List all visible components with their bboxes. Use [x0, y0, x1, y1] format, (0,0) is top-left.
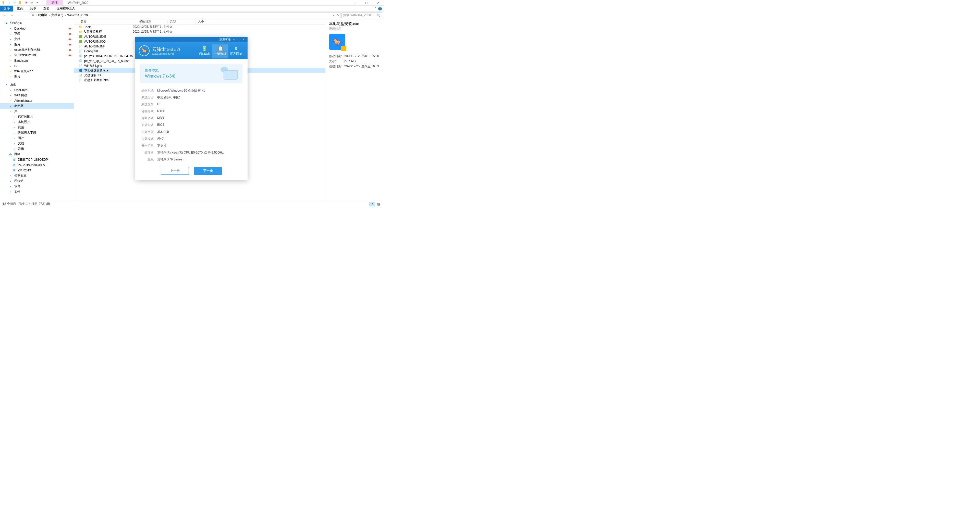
pin-icon: 📌	[68, 26, 72, 30]
sidebar-item[interactable]: ▪ Desktop 📌	[0, 26, 74, 31]
dialog-minimize-button[interactable]: —	[237, 38, 240, 41]
context-tab-manage[interactable]: 管理	[46, 0, 63, 5]
sidebar-item[interactable]: ▫ 文档	[0, 141, 74, 146]
view-details-button[interactable]: ≡	[369, 202, 375, 206]
up-button[interactable]: ↑	[23, 12, 29, 18]
sidebar-item[interactable]: ▪ 图片	[0, 74, 74, 79]
sidebar-item[interactable]: ▪ excel表格制作求和 📌	[0, 47, 74, 52]
ribbon-tab[interactable]: 查看	[40, 6, 53, 11]
col-date[interactable]: 修改日期	[137, 19, 168, 24]
sidebar-item[interactable]: ▪ 控制面板	[0, 173, 74, 178]
next-button[interactable]: 下一步	[194, 167, 222, 175]
sidebar-item[interactable]: ▫ 音乐	[0, 146, 74, 152]
addr-segment[interactable]: 文档 (E:)	[51, 13, 64, 17]
close-red-icon[interactable]: ✖	[24, 1, 28, 5]
forward-button[interactable]: →	[9, 12, 15, 18]
sidebar-item[interactable]: ▫ 天翼云盘下载	[0, 130, 74, 135]
file-row[interactable]: 📁U盘安装教程 2020/12/25, 星期五 1... 文件夹	[74, 29, 325, 34]
laptop-icon	[224, 70, 238, 79]
dropdown-icon[interactable]: ▾	[35, 1, 39, 5]
sidebar-item[interactable]: ▫ 本机照片	[0, 119, 74, 125]
help-icon[interactable]: ?	[378, 7, 382, 11]
minimize-button[interactable]: —	[349, 0, 361, 6]
prev-button[interactable]: 上一步	[161, 167, 189, 175]
dialog-close-button[interactable]: ✕	[243, 38, 245, 41]
file-name: AUTORUN.ICO	[84, 40, 106, 43]
library-icon: ▫	[12, 147, 16, 151]
recent-dropdown[interactable]: ▾	[16, 12, 22, 18]
sidebar-item[interactable]: ▪ 下载 📌	[0, 31, 74, 36]
info-value: 英特尔(R) Xeon(R) CPU E5-2670 v2 @ 2.50GHz	[157, 151, 224, 155]
col-size[interactable]: 大小	[196, 19, 216, 24]
sidebar-item[interactable]: 🖥 DESKTOP-LSSOEDP	[0, 157, 74, 162]
chevron-icon[interactable]: ›	[48, 14, 50, 17]
folder-icon: ▪	[9, 70, 13, 73]
check-icon[interactable]: ✔	[13, 1, 17, 5]
ribbon-tab[interactable]: 共享	[27, 6, 40, 11]
ready-text: 准备安装: Windows 7 (x64)	[145, 68, 175, 79]
sidebar-item-label: Desktop	[14, 27, 25, 30]
sidebar-item[interactable]: 🖥 ZMT2019	[0, 168, 74, 173]
ribbon-chevron-icon[interactable]: ˅	[375, 7, 376, 11]
view-icons-button[interactable]: ▦	[375, 202, 381, 206]
ribbon-tab[interactable]: 应用程序工具	[53, 6, 79, 11]
info-row: 处理器 英特尔(R) Xeon(R) CPU E5-2670 v2 @ 2.50…	[140, 149, 242, 156]
ribbon-tab[interactable]: 主页	[13, 6, 27, 11]
dialog-tab[interactable]: 📋 一键装机	[212, 44, 228, 58]
sidebar-item[interactable]: ▫ 图片	[0, 135, 74, 141]
sidebar-item[interactable]: ▫ 保存的图片	[0, 114, 74, 119]
sidebar-item[interactable]: 🖥 PC-20190530OBLA	[0, 162, 74, 168]
library-icon: ▫	[12, 141, 16, 146]
sidebar-item[interactable]: ▪ OneDrive	[0, 87, 74, 93]
sidebar-item[interactable]: ▪ win7重装win7	[0, 69, 74, 74]
refresh-icon[interactable]: ⟳	[335, 14, 339, 17]
details-pane: 本地硬盘安装.exe 应用程序 🐎 修改日期: 2020/10/12, 星期一 …	[325, 19, 384, 201]
prop-key: 大小:	[329, 59, 344, 63]
sidebar-label: 网络	[14, 152, 21, 156]
info-row: 主板 英特尔 X79 Series	[140, 156, 242, 163]
sidebar-item[interactable]: ▪ G:\	[0, 63, 74, 69]
dialog-buttons: 上一步 下一步	[140, 163, 242, 176]
folder-icon[interactable]: ▋	[2, 1, 6, 5]
sidebar-quickaccess[interactable]: ★ 快速访问	[0, 21, 74, 26]
sidebar-desktop[interactable]: ▪ 桌面	[0, 82, 74, 87]
dialog-tab[interactable]: 🔋 启动U盘	[197, 44, 212, 58]
file-row[interactable]: 📁Tools 2020/12/25, 星期五 1... 文件夹	[74, 24, 325, 29]
sidebar-item[interactable]: ▪ YUNQISHI2019 📌	[0, 52, 74, 58]
sidebar-item[interactable]: ▪ WPS网盘	[0, 93, 74, 98]
info-key: 主板	[140, 157, 157, 162]
addr-segment[interactable]: Win7x64_2020	[67, 14, 88, 17]
addr-segment[interactable]: 此电脑	[38, 13, 48, 17]
sidebar-item[interactable]: ▪ 图片 📌	[0, 42, 74, 47]
sidebar-item[interactable]: ▪ 回收站	[0, 178, 74, 184]
sidebar-item[interactable]: ▪ 软件	[0, 184, 74, 189]
addr-dropdown-icon[interactable]: ▾	[333, 14, 334, 17]
sidebar-item[interactable]: ▪ 库	[0, 109, 74, 114]
contact-link[interactable]: 联系客服	[220, 38, 231, 41]
back-button[interactable]: ←	[2, 12, 8, 18]
col-type[interactable]: 类型	[168, 19, 196, 24]
disk-icon[interactable]: ◎	[30, 1, 34, 5]
sidebar-network[interactable]: 🖧 网络	[0, 152, 74, 157]
sidebar-item[interactable]: ▪ Bandicam	[0, 58, 74, 63]
dialog-tab[interactable]: e 官方网址	[228, 44, 244, 58]
sidebar-item[interactable]: ▪ 文档 📌	[0, 36, 74, 42]
ribbon-tab-file[interactable]: 文件	[0, 6, 13, 11]
menu-icon[interactable]: ≡	[233, 38, 235, 41]
address-bar[interactable]: 🖥 › 此电脑›文档 (E:)›Win7x64_2020› ▾ ⟳	[30, 13, 340, 18]
search-input[interactable]: 搜索"Win7x64_2020" 🔍	[342, 13, 382, 18]
chevron-icon[interactable]: ›	[89, 14, 91, 17]
chevron-icon[interactable]: ›	[64, 14, 66, 17]
file-icon: 📄	[79, 44, 83, 48]
maximize-button[interactable]: ▢	[361, 0, 372, 6]
folder2-icon[interactable]: ▋	[18, 1, 22, 5]
system-info-list: 操作系统 Microsoft Windows 10 企业版 64 位 系统语言 …	[140, 87, 242, 163]
search-icon[interactable]: 🔍	[377, 14, 380, 17]
close-button[interactable]: ✕	[372, 0, 384, 6]
sidebar-item[interactable]: ▫ 视频	[0, 125, 74, 130]
col-name[interactable]: 名称	[78, 19, 137, 24]
sidebar-item[interactable]: ▪ 文件	[0, 189, 74, 194]
sidebar-item[interactable]: ▪ 此电脑	[0, 103, 74, 109]
sidebar-item[interactable]: ▪ Administrator	[0, 98, 74, 103]
sidebar-item-label: 文件	[14, 190, 21, 194]
